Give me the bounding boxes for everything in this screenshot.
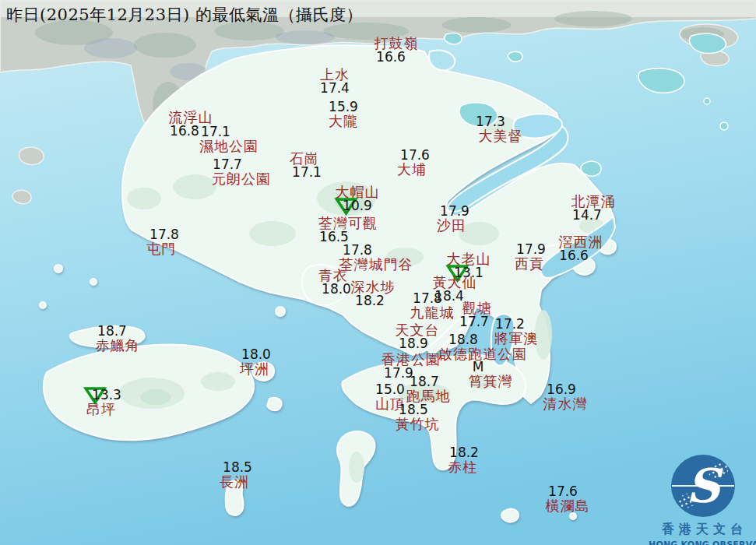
weather-station: 17.9沙田 <box>434 205 469 233</box>
hong-kong-temperature-map: 昨日(2025年12月23日) 的最低氣溫（攝氏度） 打鼓嶺16.6上水17.4… <box>0 0 756 545</box>
station-name: 長洲 <box>220 474 249 489</box>
weather-station: 18.8啟德跑道公園 <box>438 333 527 361</box>
station-name: 黃竹坑 <box>396 417 440 431</box>
station-temp: 15.0 <box>375 383 405 396</box>
station-temp: 17.8 <box>413 292 442 305</box>
station-temp: 18.7 <box>410 375 439 389</box>
weather-station: 打鼓嶺16.6 <box>374 36 419 64</box>
station-temp: 17.7 <box>213 158 242 171</box>
station-temp: 18.5 <box>223 461 252 474</box>
station-name: 筲箕灣 <box>469 374 513 389</box>
weather-station: 青衣18.0 <box>315 268 351 296</box>
weather-station: 17.9西貢 <box>513 243 546 271</box>
station-name: 大隴 <box>329 114 358 128</box>
station-temp: 17.6 <box>400 149 430 162</box>
station-temp: 10.9 <box>343 199 372 213</box>
weather-station: M筲箕灣 <box>469 360 513 389</box>
station-temp: 18.0 <box>241 348 271 361</box>
hko-logo-emblem: S <box>655 454 750 518</box>
station-temp: 16.8 <box>170 125 199 138</box>
station-temp: 16.9 <box>547 383 576 396</box>
weather-station: 天文台18.9 <box>396 322 440 350</box>
station-name: 西貢 <box>515 256 544 271</box>
weather-station: 18.5黃竹坑 <box>396 403 440 431</box>
station-temp: 17.3 <box>476 115 505 128</box>
station-temp: 14.7 <box>572 209 602 222</box>
weather-station: 17.1濕地公園 <box>199 125 258 153</box>
station-temp: 17.7 <box>459 315 489 329</box>
station-temp: 17.4 <box>320 82 350 95</box>
weather-station: 15.9大隴 <box>329 100 358 128</box>
hko-logo-english: HONG KONG OBSERVATORY <box>649 540 756 545</box>
station-temp: 16.6 <box>559 249 589 262</box>
station-temp: 17.1 <box>292 166 322 179</box>
station-name: 九龍城 <box>410 305 455 320</box>
station-name: 元朗公園 <box>212 171 271 186</box>
station-name: 大美督 <box>479 128 523 143</box>
weather-station: 上水17.4 <box>320 67 350 95</box>
station-temp: M <box>473 360 484 374</box>
station-temp: 15.9 <box>329 100 358 114</box>
station-temp: 18.8 <box>448 333 478 346</box>
weather-station: 18.5長洲 <box>216 461 252 489</box>
station-temp: 13.3 <box>92 389 121 402</box>
weather-station: 17.6大埔 <box>394 149 430 177</box>
weather-station: 17.7元朗公園 <box>212 158 271 186</box>
station-name: 屯門 <box>146 241 176 256</box>
weather-station: 大帽山10.9 <box>336 185 380 213</box>
station-temp: 18.2 <box>355 294 385 308</box>
svg-text:S: S <box>686 459 723 513</box>
station-temp: 17.9 <box>440 205 469 218</box>
station-temp: 18.5 <box>399 403 428 417</box>
station-name: 大埔 <box>397 162 427 177</box>
weather-station: 13.3昂坪 <box>81 389 121 417</box>
station-temp: 18.0 <box>322 283 351 296</box>
weather-station: 石崗17.1 <box>287 151 322 179</box>
green-triangle-marker-icon <box>83 386 107 405</box>
weather-station: 北潭涌14.7 <box>571 194 616 222</box>
weather-station: 18.0坪洲 <box>238 348 271 376</box>
weather-station: 16.9清水灣 <box>543 383 588 411</box>
weather-station: 18.7跑馬地 <box>406 375 451 403</box>
weather-station: 18.2赤柱 <box>446 446 479 474</box>
station-temp: 18.7 <box>97 325 127 338</box>
station-temp: 17.6 <box>548 485 578 498</box>
weather-station: 17.3大美督 <box>479 115 523 143</box>
weather-station: 深水埗18.2 <box>351 280 396 308</box>
station-name: 赤鱲角 <box>96 338 140 353</box>
station-name: 橫瀾島 <box>546 498 590 513</box>
hko-logo: S 香港天文台 HONG KONG OBSERVATORY <box>649 454 756 545</box>
station-name: 沙田 <box>437 218 466 233</box>
station-temp: 17.8 <box>149 228 179 241</box>
station-temp: 18.9 <box>399 337 428 350</box>
station-name: 濕地公園 <box>199 139 258 153</box>
station-name: 清水灣 <box>543 396 588 411</box>
station-temp: 17.1 <box>201 125 230 139</box>
weather-station: 荃灣可觀16.5 <box>318 216 378 244</box>
map-title: 昨日(2025年12月23日) 的最低氣溫（攝氏度） <box>6 4 363 26</box>
station-name: 赤柱 <box>448 459 477 474</box>
weather-station: 17.8屯門 <box>143 228 179 256</box>
weather-station: 18.7赤鱲角 <box>96 325 140 353</box>
station-layer: 打鼓嶺16.6上水17.415.9大隴流浮山16.817.1濕地公園17.3大美… <box>0 0 756 545</box>
weather-station: 觀塘17.7 <box>462 301 492 329</box>
station-name: 坪洲 <box>240 361 269 376</box>
weather-station: 17.8九龍城 <box>410 292 455 320</box>
station-temp: 17.8 <box>343 244 372 257</box>
green-triangle-marker-icon <box>334 197 357 216</box>
hko-logo-chinese: 香港天文台 <box>649 522 756 538</box>
station-temp: 17.9 <box>516 243 546 256</box>
station-temp: 16.6 <box>376 51 406 64</box>
weather-station: 17.6橫瀾島 <box>546 485 590 513</box>
station-temp: 18.2 <box>449 446 479 459</box>
station-temp: 17.2 <box>495 318 525 331</box>
weather-station: 滘西洲16.6 <box>559 234 603 262</box>
